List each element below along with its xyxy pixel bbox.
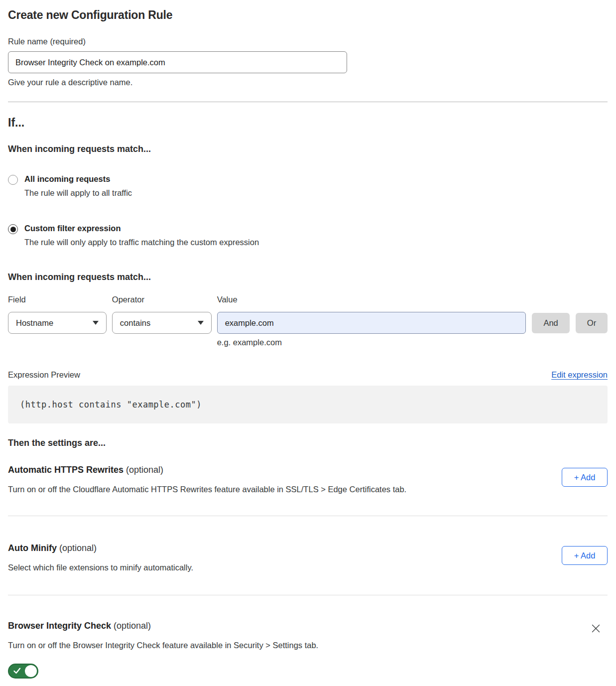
and-button[interactable]: And — [532, 313, 570, 333]
settings-heading: Then the settings are... — [8, 438, 608, 448]
setting-description: Turn on or off the Cloudflare Automatic … — [8, 485, 406, 494]
setting-title: Auto Minify(optional) — [8, 543, 193, 553]
remove-setting-button[interactable] — [589, 622, 603, 635]
browser-integrity-check-toggle[interactable] — [8, 664, 38, 679]
radio-option-all-requests[interactable]: All incoming requests The rule will appl… — [8, 174, 608, 198]
toggle-knob[interactable] — [25, 665, 37, 677]
setting-browser-integrity-check: Browser Integrity Check(optional) Turn o… — [8, 621, 608, 681]
field-label: Field — [8, 295, 107, 304]
field-select-value: Hostname — [16, 318, 53, 328]
setting-auto-minify: Auto Minify(optional) Select which file … — [8, 543, 608, 595]
rule-name-label: Rule name (required) — [8, 37, 608, 46]
operator-select[interactable]: contains — [112, 312, 212, 334]
rule-name-help: Give your rule a descriptive name. — [8, 78, 608, 87]
setting-optional-tag: (optional) — [59, 543, 97, 553]
radio-option-label: All incoming requests — [24, 174, 132, 184]
value-label: Value — [217, 295, 526, 304]
setting-title: Browser Integrity Check(optional) — [8, 621, 318, 631]
expression-code: (http.host contains "example.com") — [20, 400, 202, 410]
chevron-down-icon — [198, 321, 204, 325]
close-icon — [591, 627, 601, 635]
operator-label: Operator — [112, 295, 212, 304]
chevron-down-icon — [93, 321, 99, 325]
setting-title: Automatic HTTPS Rewrites(optional) — [8, 465, 406, 475]
if-heading: If... — [8, 116, 608, 130]
value-help: e.g. example.com — [217, 338, 526, 347]
radio-option-label: Custom filter expression — [24, 224, 259, 233]
radio-button-checked[interactable] — [8, 224, 18, 234]
field-select[interactable]: Hostname — [8, 312, 107, 334]
edit-expression-link[interactable]: Edit expression — [551, 370, 608, 380]
setting-divider — [8, 516, 608, 516]
match-subheading: When incoming requests match... — [8, 144, 608, 154]
setting-automatic-https-rewrites: Automatic HTTPS Rewrites(optional) Turn … — [8, 465, 608, 516]
radio-button-unchecked[interactable] — [8, 175, 18, 185]
setting-optional-tag: (optional) — [114, 621, 151, 631]
expression-preview-label: Expression Preview — [8, 370, 80, 380]
add-auto-minify-button[interactable]: + Add — [562, 546, 608, 565]
setting-description: Turn on or off the Browser Integrity Che… — [8, 641, 318, 650]
radio-option-description: The rule will only apply to traffic matc… — [24, 238, 259, 247]
create-configuration-rule-page: Create new Configuration Rule Rule name … — [0, 0, 616, 686]
expression-preview-header: Expression Preview Edit expression — [8, 370, 608, 380]
expression-preview-box: (http.host contains "example.com") — [8, 386, 608, 423]
value-input[interactable] — [217, 312, 526, 334]
rule-name-input[interactable] — [8, 51, 347, 73]
radio-option-description: The rule will apply to all traffic — [24, 188, 132, 198]
page-title: Create new Configuration Rule — [8, 8, 608, 22]
builder-subheading: When incoming requests match... — [8, 272, 608, 282]
operator-select-value: contains — [120, 318, 150, 328]
add-automatic-https-rewrites-button[interactable]: + Add — [562, 468, 608, 487]
section-divider — [8, 102, 608, 102]
radio-option-custom-filter[interactable]: Custom filter expression The rule will o… — [8, 224, 608, 247]
setting-divider — [8, 595, 608, 595]
expression-builder-row: Field Hostname Operator contains Value e… — [8, 295, 608, 347]
setting-description: Select which file extensions to minify a… — [8, 563, 193, 572]
or-button[interactable]: Or — [576, 313, 608, 333]
setting-optional-tag: (optional) — [126, 465, 163, 475]
check-icon — [13, 668, 21, 674]
